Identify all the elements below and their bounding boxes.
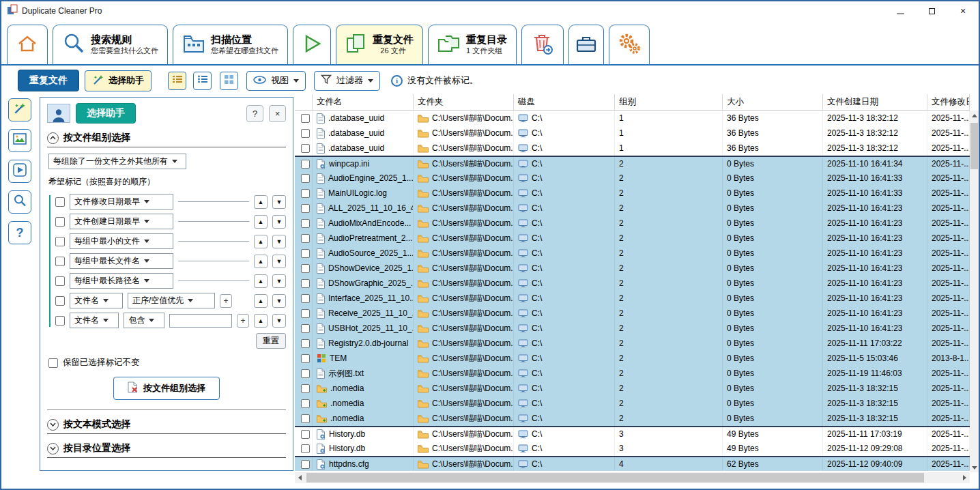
sort-order-dropdown[interactable]: 正序/空值优先 [128, 293, 215, 308]
criteria-checkbox[interactable] [55, 197, 65, 207]
duplicate-files-view-button[interactable]: 重复文件 [18, 70, 79, 91]
maximize-button[interactable] [916, 1, 947, 20]
column-header-2[interactable]: 磁盘 [514, 94, 615, 110]
file-row[interactable]: .database_uuidC:\Users\喵喵\Docum...C:\136… [295, 111, 970, 126]
view-list-button[interactable] [193, 72, 212, 90]
row-checkbox[interactable] [301, 249, 310, 258]
file-row[interactable]: AudioEngine_2025_1...C:\Users\喵喵\Docum..… [295, 171, 970, 186]
criteria-checkbox[interactable] [55, 296, 65, 306]
file-row[interactable]: ALL_2025_11_10_16_4...C:\Users\喵喵\Docum.… [295, 201, 970, 216]
search-rules-tab[interactable]: 搜索规则您需要查找什么文件 [53, 25, 168, 64]
criteria-dropdown[interactable]: 每组中最长文件名 [70, 253, 173, 269]
row-checkbox[interactable] [301, 264, 310, 273]
row-checkbox[interactable] [301, 234, 310, 243]
search-files-button[interactable] [8, 190, 31, 214]
file-row[interactable]: Registry2.0.db-journalC:\Users\喵喵\Docum.… [295, 336, 970, 351]
group-mode-dropdown[interactable]: 每组除了一份文件之外其他所有 [48, 154, 186, 169]
column-header-0[interactable]: 文件名 [313, 94, 414, 110]
row-checkbox[interactable] [301, 324, 310, 333]
media-play-button[interactable] [8, 160, 31, 183]
row-checkbox[interactable] [301, 430, 310, 439]
move-down-button[interactable]: ▼ [272, 255, 286, 268]
row-checkbox[interactable] [301, 189, 310, 198]
file-row[interactable]: TEMC:\Users\喵喵\Docum...C:\20 Bytes2025-1… [295, 351, 970, 366]
filter-dropdown[interactable]: 过滤器 [314, 71, 380, 91]
criteria-dropdown[interactable]: 文件修改日期最早 [70, 194, 173, 210]
criteria-dropdown[interactable]: 每组中最长路径名 [70, 273, 173, 289]
move-down-button[interactable]: ▼ [272, 274, 286, 288]
move-up-button[interactable]: ▲ [254, 294, 268, 308]
move-down-button[interactable]: ▼ [272, 215, 286, 229]
add-criteria-button[interactable]: + [237, 314, 249, 328]
column-header-3[interactable]: 组别 [615, 94, 723, 110]
column-header-5[interactable]: 文件创建日期 [823, 94, 927, 110]
criteria-checkbox[interactable] [55, 276, 65, 286]
move-up-button[interactable]: ▲ [254, 235, 268, 248]
row-checkbox[interactable] [301, 384, 310, 393]
column-header-4[interactable]: 大小 [723, 94, 823, 110]
criteria-checkbox[interactable] [55, 237, 65, 246]
file-row[interactable]: .database_uuidC:\Users\喵喵\Docum...C:\136… [295, 141, 970, 156]
vertical-scroll-thumb[interactable] [970, 123, 978, 169]
run-scan-button[interactable] [293, 25, 331, 64]
criteria-checkbox[interactable] [55, 257, 65, 266]
file-row[interactable]: Receive_2025_11_10_...C:\Users\喵喵\Docum.… [295, 306, 970, 321]
move-down-button[interactable]: ▼ [272, 195, 286, 209]
scan-location-tab[interactable]: 扫描位置您希望在哪查找文件 [173, 25, 288, 64]
text-pattern-section-header[interactable]: 按文本模式选择 [47, 418, 286, 434]
file-row[interactable]: .database_uuidC:\Users\喵喵\Docum...C:\136… [295, 126, 970, 141]
selection-assistant-strip-button[interactable] [8, 98, 31, 121]
minimize-button[interactable] [884, 1, 916, 20]
criteria-checkbox[interactable] [55, 217, 65, 227]
file-row[interactable]: DShowDevice_2025_1...C:\Users\喵喵\Docum..… [295, 261, 970, 276]
contains-dropdown[interactable]: 包含 [124, 313, 164, 328]
close-button[interactable]: × [947, 1, 979, 20]
duplicate-folders-tab[interactable]: 重复目录1 文件夹组 [428, 25, 517, 64]
file-row[interactable]: .nomediaC:\Users\喵喵\Docum...C:\20 Bytes2… [295, 411, 970, 426]
column-header-6[interactable]: 文件修改日期 [927, 94, 970, 110]
row-checkbox[interactable] [301, 414, 310, 423]
horizontal-scrollbar[interactable] [295, 472, 970, 483]
field-dropdown[interactable]: 文件名 [70, 313, 119, 328]
view-grid-button[interactable] [220, 72, 238, 90]
move-up-button[interactable]: ▲ [254, 195, 268, 209]
selection-assistant-toggle[interactable]: 选择助手 [85, 70, 152, 91]
file-row[interactable]: Interface_2025_11_10...C:\Users\喵喵\Docum… [295, 291, 970, 306]
view-details-button[interactable] [168, 72, 186, 90]
scroll-right-button[interactable] [960, 472, 970, 483]
assistant-close-button[interactable]: × [269, 105, 286, 122]
row-checkbox[interactable] [301, 174, 310, 183]
criteria-dropdown[interactable]: 每组中最小的文件 [70, 233, 173, 249]
group-select-section-header[interactable]: 按文件组别选择 [47, 132, 286, 147]
keep-selection-checkbox[interactable] [48, 358, 58, 368]
row-checkbox[interactable] [301, 339, 310, 348]
move-down-button[interactable]: ▼ [272, 314, 286, 328]
move-down-button[interactable]: ▼ [272, 294, 286, 308]
view-dropdown[interactable]: 视图 [246, 71, 306, 91]
row-checkbox[interactable] [301, 204, 310, 213]
reset-button[interactable]: 重置 [256, 333, 286, 349]
move-up-button[interactable]: ▲ [254, 255, 268, 268]
file-row[interactable]: AudioPretreatment_2...C:\Users\喵喵\Docum.… [295, 231, 970, 246]
file-row[interactable]: History.dbC:\Users\喵喵\Docum...C:\349 Byt… [295, 426, 970, 441]
row-checkbox[interactable] [301, 444, 310, 453]
row-checkbox[interactable] [301, 129, 310, 138]
file-removal-button[interactable] [521, 25, 564, 64]
settings-button[interactable] [609, 25, 650, 64]
file-row[interactable]: .nomediaC:\Users\喵喵\Docum...C:\20 Bytes2… [295, 396, 970, 411]
horizontal-scroll-thumb[interactable] [306, 473, 924, 482]
row-checkbox[interactable] [301, 144, 310, 153]
file-row[interactable]: AudioSource_2025_1...C:\Users\喵喵\Docum..… [295, 246, 970, 261]
file-row[interactable]: 示例图.txtC:\Users\喵喵\Docum...C:\20 Bytes20… [295, 366, 970, 381]
apply-group-select-button[interactable]: 按文件组别选择 [113, 377, 220, 400]
row-checkbox[interactable] [301, 309, 310, 318]
vertical-scrollbar[interactable] [970, 111, 979, 472]
file-row[interactable]: DShowGraphic_2025_...C:\Users\喵喵\Docum..… [295, 276, 970, 291]
field-dropdown[interactable]: 文件名 [70, 293, 123, 308]
add-criteria-button[interactable]: + [220, 294, 232, 308]
row-checkbox[interactable] [301, 160, 310, 169]
row-checkbox[interactable] [301, 460, 310, 469]
row-checkbox[interactable] [301, 294, 310, 303]
scroll-down-button[interactable] [970, 463, 979, 472]
file-row[interactable]: .nomediaC:\Users\喵喵\Docum...C:\20 Bytes2… [295, 381, 970, 396]
